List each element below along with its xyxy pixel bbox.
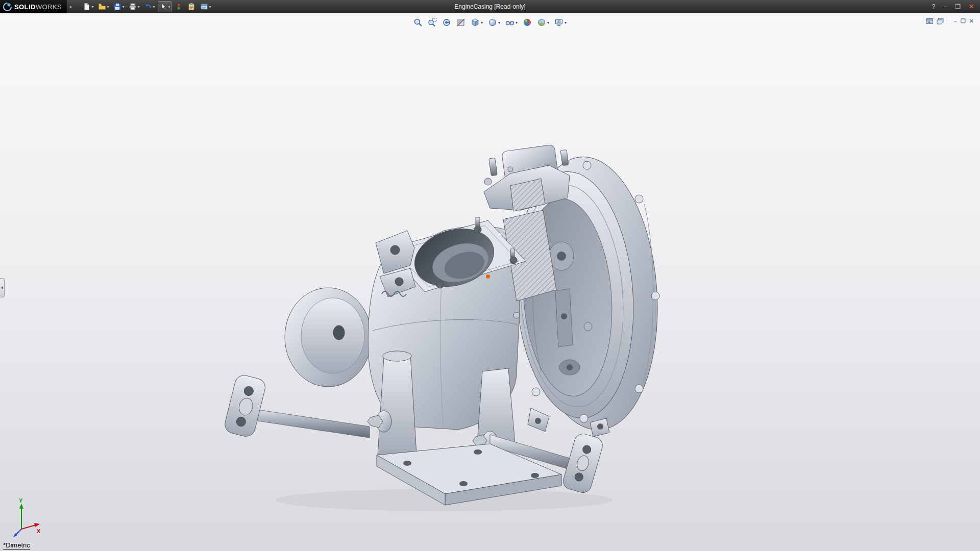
triad-y-label: Y [19,497,23,504]
brand-name: SOLIDWORKS [14,3,62,11]
clutch-cover-disc [285,288,372,387]
hide-show-items-button[interactable]: ▾ [505,17,518,28]
task-pane-collapse-tab[interactable] [0,278,5,297]
main-toolbar: ▾ ▾ ▾ ▾ [81,1,212,12]
apply-scene-icon [537,18,546,27]
rebuild-button[interactable] [173,1,184,12]
view-settings-button[interactable]: ▾ [554,17,567,28]
brand-bold: SOLID [14,3,36,11]
collapse-arrow-icon [1,286,3,289]
document-window-controls: – ❐ ✕ [926,17,974,24]
doc-restore-button[interactable]: ❐ [961,17,966,24]
window-controls: ? – ❐ ✕ [932,0,980,13]
save-icon [113,3,121,11]
options-icon [200,3,208,11]
glasses-icon [505,18,514,27]
left-mount-rod [223,373,391,438]
close-button[interactable]: ✕ [969,0,974,13]
select-cursor-icon [159,3,167,11]
document-title: EngineCasing [Read-only] [454,0,525,13]
print-button[interactable]: ▾ [127,1,141,12]
section-view-button[interactable] [456,17,466,28]
dropdown-arrow-icon[interactable]: ▾ [168,5,170,9]
app-logo[interactable]: SOLIDWORKS [0,0,67,13]
dropdown-arrow-icon[interactable]: ▾ [107,5,109,9]
dropdown-arrow-icon[interactable]: ▾ [137,5,139,9]
help-button[interactable]: ? [932,0,936,13]
heads-up-view-toolbar: ▾ ▾ ▾ [413,17,567,28]
select-button[interactable]: ▾ [158,1,172,12]
3ds-logo-icon [3,3,12,11]
dropdown-arrow-icon[interactable]: ▾ [547,20,549,25]
doc-minimize-button[interactable]: – [954,17,957,24]
edit-appearance-button[interactable] [522,17,532,28]
menu-expand-arrow-icon[interactable]: ▸ [70,4,72,9]
open-document-icon [98,3,106,11]
zoom-to-fit-button[interactable] [413,17,423,28]
previous-view-button[interactable] [442,17,452,28]
maximize-button[interactable]: ❐ [955,0,961,13]
view-orientation-label: *Dimetric [3,541,30,550]
dropdown-arrow-icon[interactable]: ▾ [565,20,567,25]
dropdown-arrow-icon[interactable]: ▾ [153,5,155,9]
file-properties-button[interactable] [186,1,197,12]
doc-close-button[interactable]: ✕ [969,17,974,24]
dropdown-arrow-icon[interactable]: ▾ [122,5,124,9]
window-cascade-icon[interactable] [937,18,944,24]
minimize-button[interactable]: – [943,0,947,13]
previous-view-icon [442,18,451,27]
options-button[interactable]: ▾ [199,1,212,12]
brand-light: WORKS [36,3,62,11]
zoom-to-area-button[interactable] [427,17,437,28]
display-style-icon [488,18,497,27]
zoom-to-fit-icon [413,18,423,27]
view-settings-icon [554,18,564,27]
save-button[interactable]: ▾ [112,1,126,12]
display-style-button[interactable]: ▾ [487,17,501,28]
rebuild-traffic-light-icon [175,3,183,11]
dropdown-arrow-icon[interactable]: ▾ [91,5,93,9]
triad-x-label: X [37,528,41,534]
edit-appearance-ball-icon [523,18,532,27]
new-document-icon [83,3,91,11]
section-view-icon [456,18,465,27]
dropdown-arrow-icon[interactable]: ▾ [209,5,211,9]
orientation-triad: Y X [7,497,48,543]
print-icon [129,3,137,11]
undo-icon [144,3,152,11]
view-orientation-button[interactable]: ▾ [470,17,483,28]
view-orientation-cube-icon [471,18,480,27]
undo-button[interactable]: ▾ [142,1,156,12]
dropdown-arrow-icon[interactable]: ▾ [498,20,500,25]
file-properties-icon [187,3,195,11]
graphics-viewport[interactable]: ▾ ▾ ▾ [0,13,980,551]
apply-scene-button[interactable]: ▾ [536,17,550,28]
dropdown-arrow-icon[interactable]: ▾ [481,20,483,25]
zoom-to-area-icon [428,18,437,27]
window-tile-icon[interactable] [926,18,933,24]
open-document-button[interactable]: ▾ [96,1,110,12]
new-document-button[interactable]: ▾ [81,1,95,12]
title-bar: SOLIDWORKS ▸ ▾ ▾ ▾ [0,0,980,13]
engine-casing-3d-model[interactable] [204,143,694,531]
dropdown-arrow-icon[interactable]: ▾ [516,20,518,25]
origin-marker[interactable] [486,274,490,279]
